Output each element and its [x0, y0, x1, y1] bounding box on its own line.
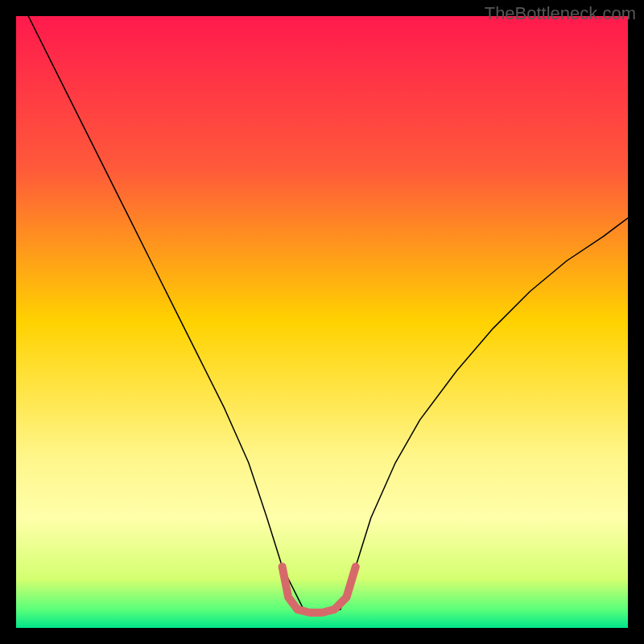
chart-plot-area	[16, 16, 628, 628]
watermark-text: TheBottleneck.com	[485, 3, 636, 24]
chart-background	[16, 16, 628, 628]
chart-svg	[16, 16, 628, 628]
